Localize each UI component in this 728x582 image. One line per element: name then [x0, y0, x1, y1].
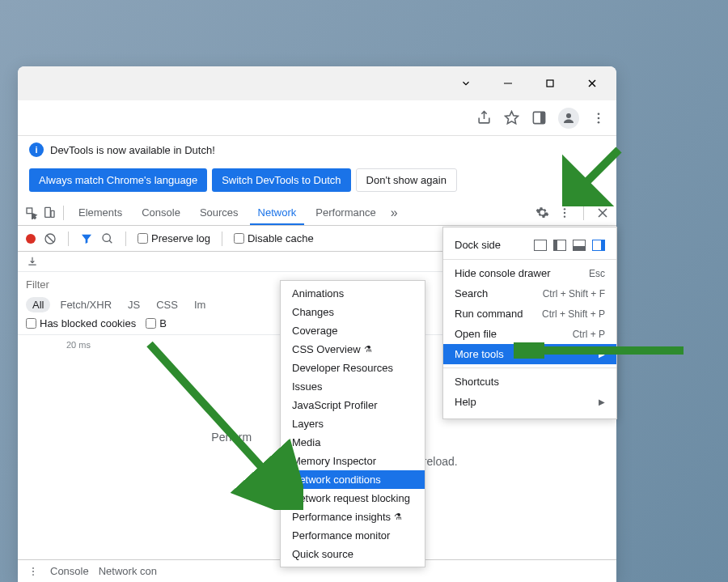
- language-notice: i DevTools is now available in Dutch!: [18, 136, 616, 164]
- svg-marker-5: [505, 112, 518, 124]
- menu-more-tools[interactable]: More tools▶: [443, 344, 616, 364]
- dock-bottom-icon[interactable]: [573, 240, 586, 251]
- info-icon: i: [29, 142, 44, 157]
- tab-performance[interactable]: Performance: [307, 202, 383, 223]
- svg-point-17: [564, 215, 565, 217]
- submenu-animations[interactable]: Animations: [281, 284, 425, 303]
- clear-icon[interactable]: [44, 232, 57, 245]
- blocked-requests-checkbox[interactable]: B: [146, 317, 167, 329]
- chevron-down-icon[interactable]: [448, 71, 484, 96]
- menu-shortcuts[interactable]: Shortcuts: [443, 372, 616, 392]
- submenu-coverage[interactable]: Coverage: [281, 321, 425, 340]
- filter-all[interactable]: All: [26, 297, 50, 312]
- submenu-perf-insights[interactable]: Performance insights⚗: [281, 508, 425, 526]
- browser-toolbar: [18, 100, 616, 136]
- profile-icon[interactable]: [558, 108, 579, 129]
- svg-line-21: [47, 236, 53, 242]
- experiment-flag-icon: ⚗: [394, 512, 402, 522]
- download-icon[interactable]: [26, 255, 39, 268]
- submenu-css-overview[interactable]: CSS Overview⚗: [281, 340, 425, 359]
- svg-point-15: [564, 208, 565, 210]
- submenu-perf-monitor[interactable]: Performance monitor: [281, 526, 425, 545]
- drawer-tab-network-con[interactable]: Network con: [99, 565, 157, 577]
- submenu-network-blocking[interactable]: Network request blocking: [281, 489, 425, 508]
- chrome-menu-icon[interactable]: [590, 110, 607, 126]
- separator: [63, 206, 64, 220]
- dock-undock-icon[interactable]: [534, 240, 547, 251]
- svg-rect-7: [540, 112, 545, 123]
- devtools-menu-icon[interactable]: [557, 206, 572, 220]
- notice-buttons: Always match Chrome's language Switch De…: [18, 164, 616, 200]
- separator: [583, 206, 584, 220]
- device-mode-icon[interactable]: [42, 206, 57, 220]
- tab-elements[interactable]: Elements: [70, 202, 130, 223]
- window-title-bar: [18, 66, 616, 100]
- dont-show-button[interactable]: Don't show again: [356, 168, 457, 192]
- filter-css[interactable]: CSS: [150, 297, 184, 312]
- search-icon[interactable]: [101, 232, 114, 245]
- svg-rect-1: [547, 80, 553, 87]
- hint-text: Perform: [211, 431, 252, 444]
- submenu-issues[interactable]: Issues: [281, 377, 425, 396]
- menu-run-command[interactable]: Run commandCtrl + Shift + P: [443, 304, 616, 324]
- filter-js[interactable]: JS: [121, 297, 146, 312]
- separator: [68, 232, 69, 246]
- maximize-button[interactable]: [532, 71, 568, 96]
- menu-hide-drawer[interactable]: Hide console drawerEsc: [443, 263, 616, 283]
- menu-help[interactable]: Help▶: [443, 392, 616, 412]
- inspect-icon[interactable]: [24, 206, 39, 220]
- blocked-cookies-checkbox[interactable]: Has blocked cookies: [26, 317, 136, 329]
- submenu-media[interactable]: Media: [281, 433, 425, 452]
- share-icon[interactable]: [476, 110, 492, 126]
- menu-open-file[interactable]: Open fileCtrl + P: [443, 324, 616, 344]
- minimize-button[interactable]: [490, 71, 526, 96]
- svg-point-11: [598, 121, 600, 123]
- record-icon[interactable]: [26, 234, 36, 244]
- preserve-log-checkbox[interactable]: Preserve log: [138, 232, 210, 244]
- time-marker: 20 ms: [66, 340, 91, 350]
- svg-point-16: [564, 211, 565, 213]
- svg-rect-13: [45, 207, 51, 217]
- dock-right-icon[interactable]: [592, 240, 605, 251]
- submenu-quick-source[interactable]: Quick source: [281, 545, 425, 563]
- submenu-layers[interactable]: Layers: [281, 414, 425, 433]
- dock-side-label: Dock side: [455, 239, 501, 251]
- gear-icon[interactable]: [535, 206, 549, 220]
- filter-icon[interactable]: [80, 232, 93, 245]
- tab-sources[interactable]: Sources: [192, 202, 247, 223]
- svg-point-8: [566, 113, 571, 118]
- tab-network[interactable]: Network: [250, 202, 305, 225]
- submenu-memory-inspector[interactable]: Memory Inspector: [281, 452, 425, 470]
- always-match-button[interactable]: Always match Chrome's language: [29, 168, 207, 192]
- devtools-main-menu: Dock side Hide console drawerEsc SearchC…: [442, 227, 617, 419]
- menu-search[interactable]: SearchCtrl + Shift + F: [443, 283, 616, 304]
- drawer-menu-icon[interactable]: [26, 564, 40, 579]
- more-tools-submenu: Animations Changes Coverage CSS Overview…: [280, 280, 425, 567]
- svg-point-22: [103, 234, 110, 241]
- experiment-flag-icon: ⚗: [364, 344, 372, 355]
- dock-side-row: Dock side: [443, 234, 616, 256]
- notice-text: DevTools is now available in Dutch!: [50, 144, 215, 156]
- separator: [222, 232, 222, 246]
- submenu-changes[interactable]: Changes: [281, 303, 425, 321]
- reading-list-icon[interactable]: [531, 110, 547, 126]
- bookmark-star-icon[interactable]: [503, 110, 519, 126]
- svg-point-26: [32, 574, 34, 576]
- drawer-tab-console[interactable]: Console: [50, 565, 89, 577]
- submenu-js-profiler[interactable]: JavaScript Profiler: [281, 396, 425, 414]
- switch-dutch-button[interactable]: Switch DevTools to Dutch: [212, 168, 350, 192]
- close-button[interactable]: [574, 71, 610, 96]
- submenu-dev-resources[interactable]: Developer Resources: [281, 359, 425, 377]
- filter-img[interactable]: Im: [188, 297, 212, 312]
- submenu-network-conditions[interactable]: Network conditions: [281, 470, 425, 489]
- separator: [125, 232, 126, 246]
- filter-fetch[interactable]: Fetch/XHR: [53, 297, 118, 312]
- more-tabs-icon[interactable]: »: [391, 206, 398, 220]
- tab-console[interactable]: Console: [133, 202, 188, 223]
- close-devtools-icon[interactable]: [595, 206, 610, 220]
- svg-point-25: [32, 571, 34, 572]
- dock-left-icon[interactable]: [553, 240, 566, 251]
- svg-point-10: [598, 117, 600, 119]
- devtools-tabs: Elements Console Sources Network Perform…: [18, 200, 616, 226]
- disable-cache-checkbox[interactable]: Disable cache: [234, 232, 314, 244]
